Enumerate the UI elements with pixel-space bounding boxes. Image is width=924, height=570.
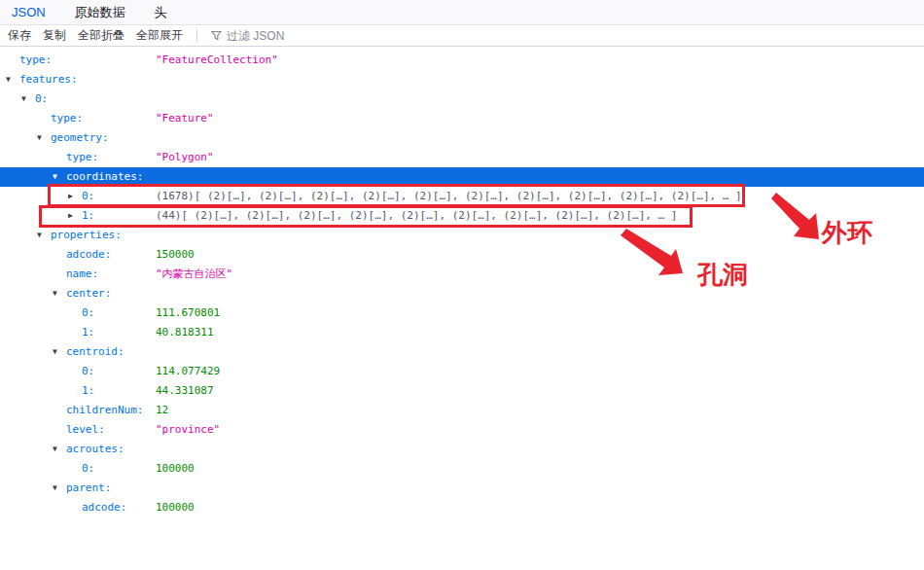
json-key: features: xyxy=(19,70,78,89)
tree-row[interactable]: type:"Feature" xyxy=(0,109,924,128)
json-value: "内蒙古自治区" xyxy=(156,265,232,284)
json-key: type: xyxy=(51,109,83,128)
tree-row[interactable]: ▼parent: xyxy=(0,479,924,498)
json-value: "province" xyxy=(156,420,220,440)
json-key: 0: xyxy=(82,187,94,206)
json-tree: type:"FeatureCollection"▼features:▼0:typ… xyxy=(0,51,924,517)
tree-row[interactable]: 1:40.818311 xyxy=(0,323,924,342)
json-value: 100000 xyxy=(156,459,195,479)
json-key: acroutes: xyxy=(66,440,124,459)
save-button[interactable]: 保存 xyxy=(8,27,31,44)
json-key: geometry: xyxy=(51,128,109,148)
expand-twisty-icon[interactable]: ▶ xyxy=(68,187,73,206)
json-key: center: xyxy=(66,284,111,303)
json-value: 40.818311 xyxy=(156,323,214,342)
expand-all-button[interactable]: 全部展开 xyxy=(136,27,183,44)
tree-row[interactable]: level:"province" xyxy=(0,420,924,440)
tab-json[interactable]: JSON xyxy=(12,0,46,24)
json-value: 150000 xyxy=(156,245,195,265)
collapse-twisty-icon[interactable]: ▼ xyxy=(53,284,57,303)
collapse-twisty-icon[interactable]: ▼ xyxy=(21,89,26,109)
json-value: 44.331087 xyxy=(156,381,214,401)
tree-row[interactable]: adcode:100000 xyxy=(0,498,924,517)
json-key: 1: xyxy=(82,206,94,226)
expand-twisty-icon[interactable]: ▶ xyxy=(68,206,73,226)
json-key: childrenNum: xyxy=(66,401,143,420)
collapse-twisty-icon[interactable]: ▼ xyxy=(37,128,42,148)
collapse-twisty-icon[interactable]: ▼ xyxy=(37,226,42,245)
viewer-toolbar: 保存 复制 全部折叠 全部展开 xyxy=(0,25,924,47)
json-value: 100000 xyxy=(156,498,195,517)
json-key: 1: xyxy=(82,323,94,342)
json-key: name: xyxy=(66,265,98,284)
tree-row[interactable]: 0:111.670801 xyxy=(0,303,924,323)
collapse-twisty-icon[interactable]: ▼ xyxy=(53,479,57,498)
json-key: 0: xyxy=(82,303,94,323)
json-value: 114.077429 xyxy=(156,362,220,381)
toolbar-divider xyxy=(196,29,197,42)
viewer-tabbar: JSON 原始数据 头 xyxy=(0,0,924,25)
tree-row[interactable]: 1:44.331087 xyxy=(0,381,924,401)
tree-row[interactable]: ▼coordinates: xyxy=(0,167,924,187)
tree-row[interactable]: ▼properties: xyxy=(0,226,924,245)
tree-row[interactable]: ▼geometry: xyxy=(0,128,924,148)
json-key: 0: xyxy=(82,362,94,381)
tree-row[interactable]: type:"FeatureCollection" xyxy=(0,51,924,70)
json-key: level: xyxy=(66,420,105,440)
json-key: 1: xyxy=(82,381,94,401)
json-key: properties: xyxy=(51,226,122,245)
json-key: type: xyxy=(19,51,52,70)
filter-funnel-icon xyxy=(211,30,222,41)
json-value: 12 xyxy=(156,401,168,420)
tree-row[interactable]: ▶1:(44)[ (2)[…], (2)[…], (2)[…], (2)[…],… xyxy=(0,206,924,226)
json-key: coordinates: xyxy=(66,167,143,187)
json-key: centroid: xyxy=(66,342,124,362)
tree-row[interactable]: ▼centroid: xyxy=(0,342,924,362)
json-key: adcode: xyxy=(66,245,111,265)
tree-row[interactable]: childrenNum:12 xyxy=(0,401,924,420)
json-key: 0: xyxy=(35,89,48,109)
collapse-twisty-icon[interactable]: ▼ xyxy=(6,70,11,89)
collapse-twisty-icon[interactable]: ▼ xyxy=(53,167,57,187)
json-value: 111.670801 xyxy=(156,303,220,323)
json-value: (1678)[ (2)[…], (2)[…], (2)[…], (2)[…], … xyxy=(156,187,742,206)
filter-json-input[interactable] xyxy=(227,29,353,43)
json-key: 0: xyxy=(82,459,94,479)
collapse-twisty-icon[interactable]: ▼ xyxy=(53,342,57,362)
filter-box xyxy=(211,29,353,43)
tree-row[interactable]: name:"内蒙古自治区" xyxy=(0,265,924,284)
json-value: "Polygon" xyxy=(156,148,214,167)
collapse-all-button[interactable]: 全部折叠 xyxy=(78,27,124,44)
tree-row[interactable]: ▶0:(1678)[ (2)[…], (2)[…], (2)[…], (2)[…… xyxy=(0,187,924,206)
collapse-twisty-icon[interactable]: ▼ xyxy=(53,440,57,459)
tree-row[interactable]: 0:100000 xyxy=(0,459,924,479)
tab-headers[interactable]: 头 xyxy=(155,0,167,24)
json-key: adcode: xyxy=(82,498,126,517)
tree-row[interactable]: adcode:150000 xyxy=(0,245,924,265)
tree-row[interactable]: ▼center: xyxy=(0,284,924,303)
json-value: "FeatureCollection" xyxy=(156,51,278,70)
copy-button[interactable]: 复制 xyxy=(43,27,66,44)
json-key: parent: xyxy=(66,479,111,498)
tree-row[interactable]: 0:114.077429 xyxy=(0,362,924,381)
tab-raw-data[interactable]: 原始数据 xyxy=(75,0,125,24)
json-key: type: xyxy=(66,148,98,167)
tree-row[interactable]: ▼0: xyxy=(0,89,924,109)
tree-row[interactable]: ▼acroutes: xyxy=(0,440,924,459)
tree-row[interactable]: ▼features: xyxy=(0,70,924,89)
tree-row[interactable]: type:"Polygon" xyxy=(0,148,924,167)
json-value: "Feature" xyxy=(156,109,214,128)
json-value: (44)[ (2)[…], (2)[…], (2)[…], (2)[…], (2… xyxy=(156,206,677,226)
